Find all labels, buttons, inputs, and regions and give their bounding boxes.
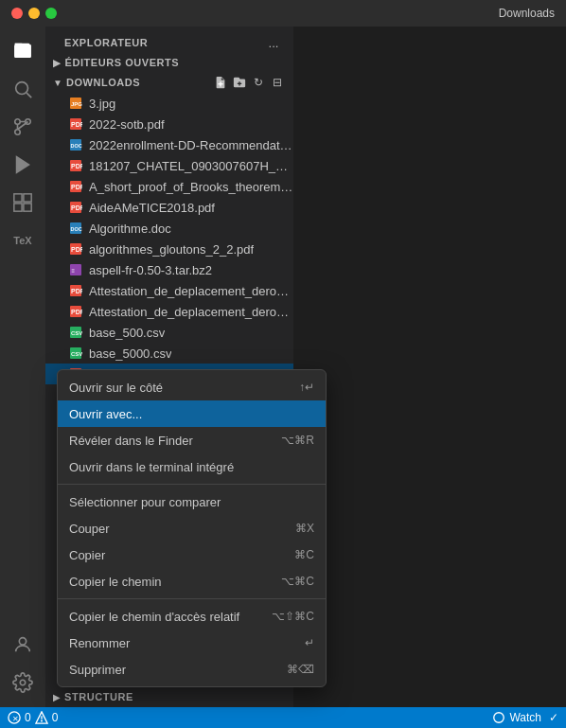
list-item[interactable]: JPG3.jpg — [45, 93, 293, 114]
checkmark-status[interactable]: ✓ — [549, 711, 558, 724]
file-type-icon: ≡ — [68, 262, 83, 277]
list-item[interactable]: CSVbase_500.csv — [45, 322, 293, 343]
file-name-label: 3.jpg — [89, 97, 115, 111]
context-menu-item-delete[interactable]: Supprimer⌘⌫ — [58, 656, 326, 683]
context-menu-item-copy-rel-path[interactable]: Copier le chemin d'accès relatif⌥⇧⌘C — [58, 603, 326, 630]
list-item[interactable]: CSVbase_5000.csv — [45, 343, 293, 364]
svg-rect-7 — [14, 194, 22, 202]
menu-item-shortcut: ⌥⌘C — [281, 575, 314, 588]
activity-source-control[interactable] — [6, 110, 40, 144]
downloads-actions: ↻ ⊟ — [212, 74, 286, 91]
file-type-icon: JPG — [68, 96, 83, 111]
watch-label: Watch — [509, 711, 541, 724]
refresh-button[interactable]: ↻ — [250, 74, 267, 91]
file-type-icon: CSV — [68, 325, 83, 340]
file-type-icon: PDF — [68, 304, 83, 319]
file-name-label: algorithmes_gloutons_2_2.pdf — [89, 242, 254, 257]
close-button[interactable] — [11, 8, 23, 19]
structure-section[interactable]: ▶ STRUCTURE — [45, 686, 293, 707]
maximize-button[interactable] — [45, 8, 57, 19]
list-item[interactable]: PDF181207_CHATEL_0903007607H_TH.pdf — [45, 155, 293, 176]
file-name-label: aspell-fr-0.50-3.tar.bz2 — [89, 263, 212, 277]
list-item[interactable]: DOC2022enrollment-DD-Recommendation.doc — [45, 134, 293, 155]
errors-status[interactable]: ✕ 0 0 — [8, 711, 58, 724]
new-folder-button[interactable] — [231, 74, 248, 91]
title-bar: Downloads — [0, 0, 566, 27]
list-item[interactable]: PDFalgorithmes_gloutons_2_2.pdf — [45, 239, 293, 259]
explorer-title: EXPLORATEUR — [64, 37, 148, 48]
file-name-label: A_short_proof_of_Brooks_theorem.pdf — [89, 180, 293, 194]
svg-point-75 — [41, 720, 42, 721]
svg-text:≡: ≡ — [72, 268, 76, 274]
new-file-button[interactable] — [212, 74, 229, 91]
activity-search[interactable] — [6, 72, 40, 106]
editor-area — [293, 27, 566, 707]
menu-item-shortcut: ⌘X — [295, 522, 314, 535]
menu-item-label: Révéler dans le Finder — [69, 434, 281, 448]
file-name-label: base_5000.csv — [89, 346, 171, 361]
collapse-button[interactable]: ⊟ — [269, 74, 286, 91]
menu-item-shortcut: ↑↵ — [299, 381, 314, 394]
file-name-label: AideAMeTICE2018.pdf — [89, 201, 215, 215]
structure-label: STRUCTURE — [64, 691, 133, 702]
svg-text:✕: ✕ — [12, 715, 19, 723]
context-menu-item-select-compare[interactable]: Sélectionner pour comparer — [58, 488, 326, 515]
list-item[interactable]: PDF2022-sotb.pdf — [45, 114, 293, 134]
svg-line-2 — [27, 93, 31, 98]
errors-count: 0 — [25, 711, 31, 724]
traffic-lights — [11, 8, 57, 19]
file-type-icon: CSV — [68, 346, 83, 361]
menu-item-label: Ouvrir sur le côté — [69, 381, 299, 395]
svg-point-5 — [15, 130, 21, 135]
activity-run[interactable] — [6, 148, 40, 182]
open-editors-section[interactable]: ▶ ÉDITEURS OUVERTS — [45, 55, 293, 70]
svg-rect-9 — [14, 204, 22, 211]
svg-point-1 — [16, 82, 28, 95]
minimize-button[interactable] — [28, 8, 40, 19]
menu-item-shortcut: ⌥⇧⌘C — [272, 610, 314, 623]
list-item[interactable]: DOCAlgorithme.doc — [45, 218, 293, 239]
activity-settings[interactable] — [6, 666, 40, 700]
structure-chevron: ▶ — [53, 692, 61, 702]
activity-bar: TeX — [0, 27, 45, 707]
svg-point-76 — [494, 713, 504, 723]
activity-files[interactable] — [6, 34, 40, 68]
file-name-label: 2022-sotb.pdf — [89, 117, 165, 132]
explorer-header-actions: ... — [265, 34, 282, 51]
list-item[interactable]: ≡aspell-fr-0.50-3.tar.bz2 — [45, 259, 293, 280]
menu-separator — [58, 484, 326, 485]
context-menu-item-copy[interactable]: Copier⌘C — [58, 542, 326, 568]
context-menu-item-reveal-finder[interactable]: Révéler dans le Finder⌥⌘R — [58, 427, 326, 453]
svg-text:PDF: PDF — [71, 163, 82, 169]
explorer-more-button[interactable]: ... — [265, 34, 282, 51]
context-menu-item-rename[interactable]: Renommer↵ — [58, 630, 326, 656]
svg-text:CSV: CSV — [71, 351, 82, 357]
svg-text:CSV: CSV — [71, 330, 82, 336]
svg-text:PDF: PDF — [71, 121, 82, 128]
watch-status[interactable]: Watch — [492, 711, 541, 724]
downloads-title[interactable]: DOWNLOADS — [66, 77, 208, 88]
list-item[interactable]: PDFAttestation_de_deplacement_derogatoir… — [45, 280, 293, 301]
svg-text:PDF: PDF — [71, 184, 82, 190]
svg-text:JPG: JPG — [71, 101, 82, 107]
list-item[interactable]: PDFAideAMeTICE2018.pdf — [45, 197, 293, 218]
activity-tex[interactable]: TeX — [6, 223, 40, 257]
svg-text:PDF: PDF — [71, 309, 82, 315]
downloads-chevron[interactable]: ▼ — [53, 78, 62, 88]
activity-extensions[interactable] — [6, 186, 40, 220]
svg-text:DOC: DOC — [71, 226, 82, 232]
menu-item-label: Ouvrir dans le terminal intégré — [69, 460, 314, 474]
activity-account[interactable] — [6, 628, 40, 662]
context-menu-item-open-terminal[interactable]: Ouvrir dans le terminal intégré — [58, 453, 326, 480]
list-item[interactable]: PDFAttestation_de_deplacement_derogatoir… — [45, 301, 293, 322]
menu-item-shortcut: ⌘⌫ — [287, 663, 314, 676]
menu-item-label: Renommer — [69, 636, 305, 650]
context-menu: Ouvrir sur le côté↑↵Ouvrir avec...Révéle… — [57, 369, 327, 687]
context-menu-item-open-with[interactable]: Ouvrir avec... — [58, 400, 326, 427]
menu-item-shortcut: ⌘C — [294, 548, 314, 561]
context-menu-item-copy-path[interactable]: Copier le chemin⌥⌘C — [58, 568, 326, 595]
svg-rect-8 — [24, 194, 31, 202]
context-menu-item-open-side[interactable]: Ouvrir sur le côté↑↵ — [58, 374, 326, 400]
list-item[interactable]: PDFA_short_proof_of_Brooks_theorem.pdf — [45, 176, 293, 197]
context-menu-item-cut[interactable]: Couper⌘X — [58, 515, 326, 542]
